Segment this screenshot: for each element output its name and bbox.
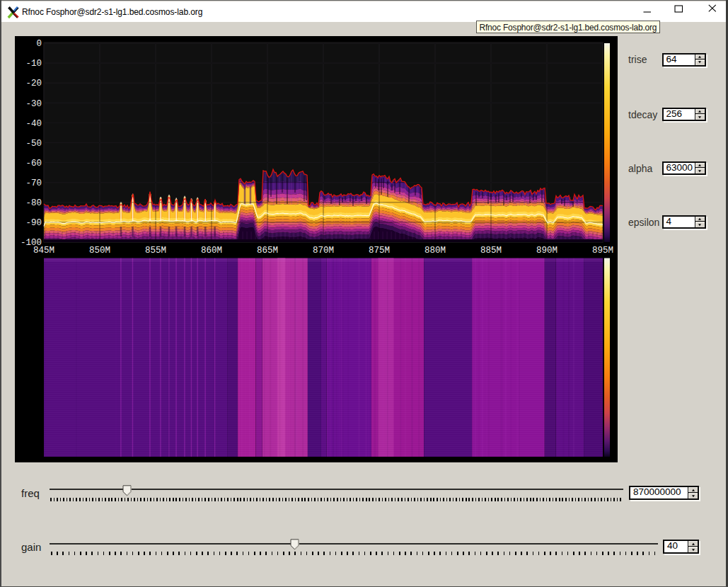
svg-text:855M: 855M — [145, 246, 166, 256]
svg-text:845M: 845M — [33, 246, 54, 256]
svg-text:-30: -30 — [25, 99, 42, 109]
svg-text:865M: 865M — [257, 246, 278, 256]
svg-text:875M: 875M — [369, 246, 390, 256]
svg-text:-80: -80 — [25, 198, 42, 208]
svg-text:-40: -40 — [25, 119, 42, 129]
svg-text:870M: 870M — [313, 246, 334, 256]
svg-text:-70: -70 — [25, 178, 42, 188]
svg-text:-90: -90 — [25, 218, 42, 228]
svg-text:-10: -10 — [25, 59, 42, 69]
svg-text:-50: -50 — [25, 139, 42, 149]
svg-text:880M: 880M — [424, 246, 446, 256]
svg-text:850M: 850M — [89, 246, 110, 256]
svg-text:890M: 890M — [536, 246, 557, 256]
svg-text:-20: -20 — [25, 79, 42, 89]
svg-text:860M: 860M — [201, 246, 222, 256]
svg-text:-60: -60 — [25, 159, 42, 169]
svg-text:885M: 885M — [480, 246, 502, 256]
svg-text:0: 0 — [36, 39, 42, 49]
svg-text:895M: 895M — [592, 246, 613, 256]
